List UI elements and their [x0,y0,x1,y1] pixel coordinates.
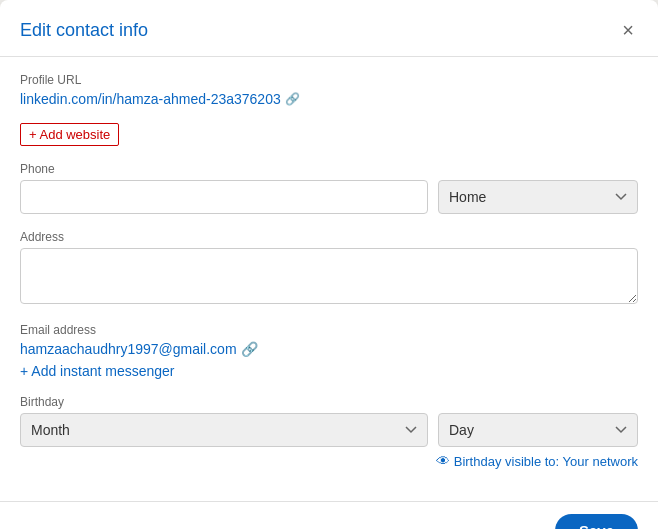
phone-section: Phone Home Work Mobile Other [20,162,638,214]
day-wrap: Day 1 2 3 4 5 6 7 8 9 10 31 [438,413,638,447]
modal-body: Profile URL linkedin.com/in/hamza-ahmed-… [0,57,658,501]
eye-icon: 👁 [436,453,450,469]
profile-url-section: Profile URL linkedin.com/in/hamza-ahmed-… [20,73,638,146]
address-section: Address [20,230,638,307]
phone-input-wrap [20,180,428,214]
modal-header: Edit contact info × [0,0,658,57]
birthday-row: Month January February March April May J… [20,413,638,447]
birthday-section: Birthday Month January February March Ap… [20,395,638,469]
birthday-visible-text: Birthday visible to: Your network [454,454,638,469]
month-wrap: Month January February March April May J… [20,413,428,447]
add-instant-messenger-button[interactable]: + Add instant messenger [20,363,175,379]
profile-url-link[interactable]: linkedin.com/in/hamza-ahmed-23a376203 🔗 [20,91,300,107]
phone-input[interactable] [20,180,428,214]
title-plain: Edit [20,20,56,40]
email-link[interactable]: hamzaachaudhry1997@gmail.com 🔗 [20,341,258,357]
email-text: hamzaachaudhry1997@gmail.com [20,341,237,357]
birthday-day-select[interactable]: Day 1 2 3 4 5 6 7 8 9 10 31 [438,413,638,447]
profile-url-label: Profile URL [20,73,638,87]
modal-title: Edit contact info [20,20,148,41]
save-button[interactable]: Save [555,514,638,529]
close-button[interactable]: × [618,16,638,44]
external-link-icon: 🔗 [285,92,300,106]
email-label: Email address [20,323,638,337]
profile-url-text: linkedin.com/in/hamza-ahmed-23a376203 [20,91,281,107]
modal-footer: Save [0,501,658,529]
birthday-month-select[interactable]: Month January February March April May J… [20,413,428,447]
add-website-button[interactable]: + Add website [20,123,119,146]
email-ext-link-icon: 🔗 [241,341,258,357]
phone-label: Phone [20,162,638,176]
phone-row: Home Work Mobile Other [20,180,638,214]
title-accent: contact info [56,20,148,40]
edit-contact-info-modal: Edit contact info × Profile URL linkedin… [0,0,658,529]
address-input[interactable] [20,248,638,304]
email-section: Email address hamzaachaudhry1997@gmail.c… [20,323,638,379]
phone-type-select[interactable]: Home Work Mobile Other [438,180,638,214]
birthday-visibility-info: 👁 Birthday visible to: Your network [20,453,638,469]
birthday-label: Birthday [20,395,638,409]
address-label: Address [20,230,638,244]
phone-type-wrap: Home Work Mobile Other [438,180,638,214]
